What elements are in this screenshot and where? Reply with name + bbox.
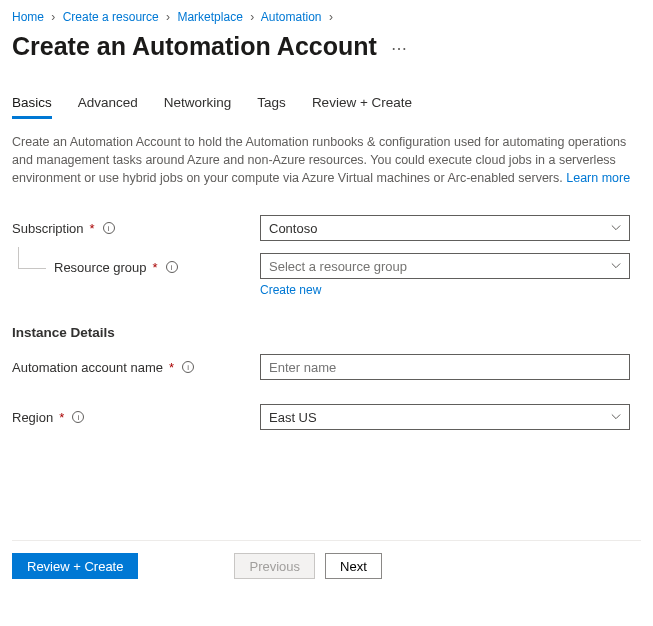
subscription-select[interactable]: Contoso <box>260 215 630 241</box>
breadcrumb-create-resource[interactable]: Create a resource <box>63 10 159 24</box>
info-icon[interactable]: i <box>166 261 178 273</box>
tab-basics[interactable]: Basics <box>12 89 52 119</box>
previous-button: Previous <box>234 553 315 579</box>
required-indicator: * <box>169 360 174 375</box>
chevron-right-icon: › <box>250 10 254 24</box>
subscription-label: Subscription <box>12 221 84 236</box>
breadcrumb-home[interactable]: Home <box>12 10 44 24</box>
account-name-label: Automation account name <box>12 360 163 375</box>
page-title: Create an Automation Account <box>12 32 377 61</box>
region-label: Region <box>12 410 53 425</box>
resource-group-placeholder: Select a resource group <box>269 259 611 274</box>
account-name-input[interactable] <box>260 354 630 380</box>
create-new-link[interactable]: Create new <box>260 283 321 297</box>
subscription-value: Contoso <box>269 221 611 236</box>
description-text: Create an Automation Account to hold the… <box>12 133 641 187</box>
region-value: East US <box>269 410 611 425</box>
chevron-down-icon <box>611 412 621 422</box>
breadcrumb-marketplace[interactable]: Marketplace <box>177 10 242 24</box>
chevron-right-icon: › <box>329 10 333 24</box>
chevron-down-icon <box>611 223 621 233</box>
chevron-right-icon: › <box>51 10 55 24</box>
next-button[interactable]: Next <box>325 553 382 579</box>
tab-advanced[interactable]: Advanced <box>78 89 138 119</box>
resource-group-row: Resource group * i Select a resource gro… <box>12 253 641 297</box>
review-create-button[interactable]: Review + Create <box>12 553 138 579</box>
learn-more-link[interactable]: Learn more <box>566 171 630 185</box>
tabs: Basics Advanced Networking Tags Review +… <box>12 89 641 119</box>
footer: Review + Create Previous Next <box>12 540 641 579</box>
info-icon[interactable]: i <box>103 222 115 234</box>
account-name-row: Automation account name * i <box>12 354 641 380</box>
tab-tags[interactable]: Tags <box>257 89 286 119</box>
info-icon[interactable]: i <box>72 411 84 423</box>
chevron-down-icon <box>611 261 621 271</box>
chevron-right-icon: › <box>166 10 170 24</box>
info-icon[interactable]: i <box>182 361 194 373</box>
tab-networking[interactable]: Networking <box>164 89 232 119</box>
subscription-row: Subscription * i Contoso <box>12 215 641 241</box>
required-indicator: * <box>153 260 158 275</box>
region-row: Region * i East US <box>12 404 641 430</box>
resource-group-label: Resource group <box>54 260 147 275</box>
required-indicator: * <box>90 221 95 236</box>
page-header: Create an Automation Account ⋯ <box>12 32 641 61</box>
breadcrumb: Home › Create a resource › Marketplace ›… <box>12 10 641 24</box>
resource-group-select[interactable]: Select a resource group <box>260 253 630 279</box>
tree-branch-icon <box>18 247 46 269</box>
tab-review-create[interactable]: Review + Create <box>312 89 412 119</box>
instance-details-heading: Instance Details <box>12 325 641 340</box>
more-actions-icon[interactable]: ⋯ <box>387 37 411 60</box>
required-indicator: * <box>59 410 64 425</box>
breadcrumb-automation[interactable]: Automation <box>261 10 322 24</box>
region-select[interactable]: East US <box>260 404 630 430</box>
